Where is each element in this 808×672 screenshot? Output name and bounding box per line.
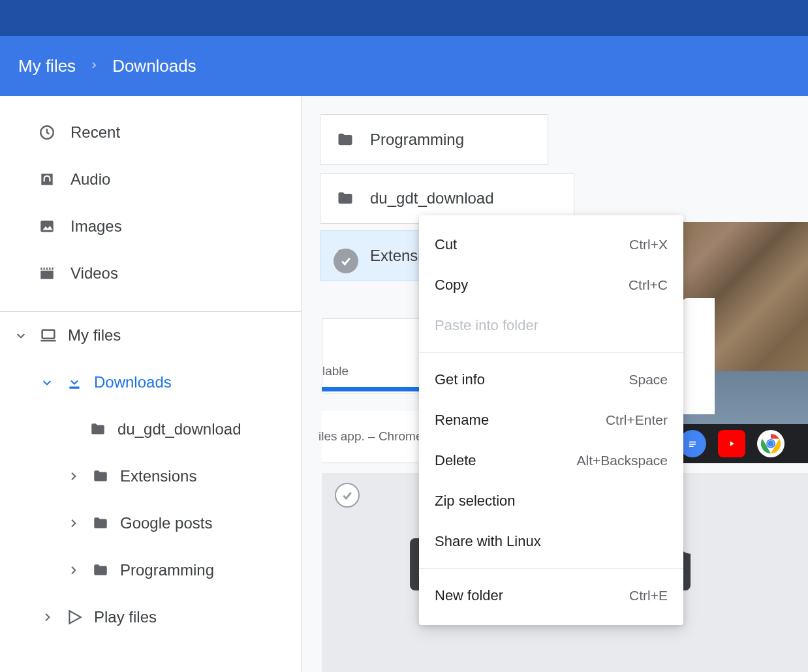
- tree-label: Play files: [94, 608, 157, 626]
- svg-rect-15: [689, 446, 694, 447]
- sidebar-label: Recent: [70, 123, 120, 142]
- menu-label: Paste into folder: [435, 317, 538, 334]
- folder-icon: [91, 467, 110, 485]
- svg-rect-7: [48, 267, 49, 269]
- breadcrumb-current[interactable]: Downloads: [112, 56, 196, 76]
- sidebar-label: Videos: [70, 264, 118, 283]
- window-title-bar: [0, 0, 808, 36]
- svg-rect-8: [50, 267, 52, 269]
- tree-item-programming[interactable]: Programming: [0, 547, 301, 594]
- svg-rect-3: [40, 271, 54, 279]
- menu-item-rename[interactable]: Rename Ctrl+Enter: [419, 400, 683, 440]
- sidebar-label: Audio: [70, 170, 110, 189]
- tree-label: Downloads: [94, 373, 172, 391]
- tree-item-my-files[interactable]: My files: [0, 312, 301, 359]
- chevron-down-icon: [39, 379, 55, 386]
- breadcrumb-bar: My files Downloads: [0, 36, 808, 96]
- sidebar-tree-section: My files Downloads du_gdt_download: [0, 312, 301, 641]
- tree-item-downloads[interactable]: Downloads: [0, 359, 301, 406]
- partial-underline: [322, 387, 420, 391]
- check-icon: [334, 249, 358, 273]
- tree-label: Google posts: [120, 514, 212, 532]
- sidebar-label: Images: [70, 217, 122, 236]
- svg-rect-11: [69, 387, 79, 389]
- svg-rect-14: [689, 444, 696, 445]
- sidebar: Recent Audio Images Videos: [0, 96, 302, 672]
- chrome-icon[interactable]: [757, 430, 785, 457]
- svg-rect-1: [40, 221, 54, 232]
- menu-label: Delete: [435, 452, 476, 469]
- svg-rect-13: [689, 442, 696, 443]
- svg-rect-5: [42, 267, 43, 269]
- menu-label: Cut: [435, 236, 457, 253]
- svg-rect-6: [45, 267, 46, 269]
- chevron-right-icon: [65, 518, 81, 528]
- svg-marker-16: [730, 441, 734, 446]
- headphones-icon: [38, 170, 56, 189]
- tree-item-google-posts[interactable]: Google posts: [0, 500, 301, 547]
- youtube-icon[interactable]: [718, 430, 745, 457]
- menu-item-paste: Paste into folder: [419, 305, 683, 346]
- tree-item-du-gdt-download[interactable]: du_gdt_download: [0, 406, 301, 453]
- svg-marker-12: [69, 611, 80, 624]
- video-icon: [38, 264, 56, 283]
- sidebar-quick-section: Recent Audio Images Videos: [0, 96, 301, 312]
- preview-overlay: [682, 298, 715, 414]
- menu-item-cut[interactable]: Cut Ctrl+X: [419, 224, 683, 265]
- check-icon: [335, 483, 360, 508]
- sidebar-item-images[interactable]: Images: [0, 203, 301, 250]
- menu-shortcut: Ctrl+Enter: [606, 412, 668, 428]
- folder-icon: [91, 561, 110, 579]
- folder-label: Programming: [370, 130, 464, 149]
- context-menu: Cut Ctrl+X Copy Ctrl+C Paste into folder…: [419, 215, 683, 625]
- tree-label: My files: [68, 326, 121, 344]
- sidebar-item-videos[interactable]: Videos: [0, 250, 301, 297]
- tree-label: Extensions: [120, 467, 196, 485]
- folder-icon: [336, 189, 354, 207]
- menu-label: Copy: [435, 277, 468, 294]
- menu-label: Get info: [435, 371, 485, 388]
- sidebar-item-audio[interactable]: Audio: [0, 156, 301, 203]
- laptop-icon: [39, 326, 57, 344]
- clock-icon: [38, 123, 56, 142]
- menu-divider: [419, 568, 683, 569]
- folder-icon: [91, 514, 110, 532]
- menu-item-copy[interactable]: Copy Ctrl+C: [419, 265, 683, 305]
- download-icon: [65, 373, 84, 391]
- tree-item-play-files[interactable]: Play files: [0, 594, 301, 641]
- tree-item-extensions[interactable]: Extensions: [0, 453, 301, 500]
- menu-label: Zip selection: [435, 493, 516, 510]
- partial-text-lable: lable: [322, 364, 349, 378]
- folder-label: du_gdt_download: [370, 189, 494, 207]
- chevron-right-icon: [65, 471, 81, 481]
- menu-shortcut: Ctrl+E: [629, 588, 668, 603]
- tree-label: du_gdt_download: [117, 420, 241, 438]
- menu-item-get-info[interactable]: Get info Space: [419, 359, 683, 400]
- menu-item-zip[interactable]: Zip selection: [419, 481, 683, 521]
- svg-point-21: [768, 441, 774, 447]
- folder-icon: [336, 130, 354, 149]
- taskbar: [672, 424, 808, 463]
- menu-label: New folder: [435, 587, 503, 604]
- folder-icon: [89, 420, 107, 438]
- chevron-right-icon: [39, 612, 55, 622]
- menu-shortcut: Space: [629, 372, 668, 388]
- menu-item-delete[interactable]: Delete Alt+Backspace: [419, 440, 683, 481]
- chevron-right-icon: [89, 59, 99, 74]
- menu-shortcut: Alt+Backspace: [577, 453, 668, 468]
- tree-label: Programming: [120, 561, 214, 579]
- menu-label: Share with Linux: [435, 533, 541, 550]
- folder-grid: Programming du_gdt_download: [320, 114, 808, 224]
- partial-card-2: [322, 318, 420, 393]
- sidebar-item-recent[interactable]: Recent: [0, 109, 301, 156]
- breadcrumb-root[interactable]: My files: [18, 56, 76, 76]
- chevron-right-icon: [65, 565, 81, 575]
- image-icon: [38, 217, 56, 236]
- menu-item-share-linux[interactable]: Share with Linux: [419, 521, 683, 562]
- menu-item-new-folder[interactable]: New folder Ctrl+E: [419, 575, 683, 616]
- folder-card-programming[interactable]: Programming: [320, 114, 548, 165]
- menu-label: Rename: [435, 412, 489, 429]
- menu-divider: [419, 352, 683, 353]
- chevron-down-icon: [13, 332, 29, 339]
- menu-shortcut: Ctrl+X: [629, 237, 668, 252]
